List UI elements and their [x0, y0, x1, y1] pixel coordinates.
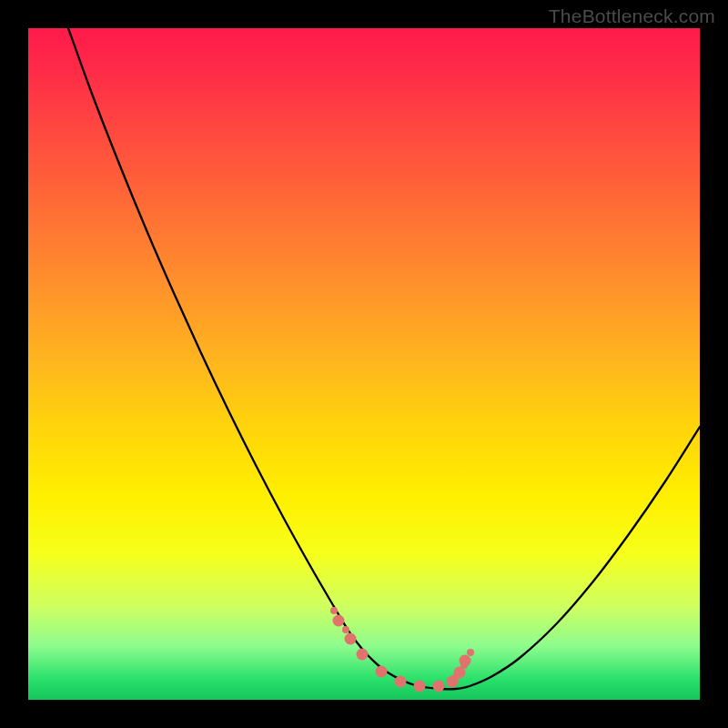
- marker-dot: [333, 615, 345, 627]
- marker-dot: [452, 673, 460, 681]
- marker-dot: [342, 626, 349, 633]
- marker-dot: [467, 649, 474, 656]
- curve-layer: [28, 28, 700, 700]
- marker-dot: [376, 666, 388, 678]
- outer-frame: TheBottleneck.com: [0, 0, 728, 728]
- marker-dot: [330, 607, 338, 614]
- marker-dot: [345, 633, 357, 645]
- marker-dot: [357, 649, 369, 661]
- bottleneck-curve-path: [68, 28, 700, 689]
- marker-dot: [414, 681, 426, 693]
- plot-area: [28, 28, 700, 700]
- watermark-text: TheBottleneck.com: [549, 5, 715, 27]
- marker-dot: [433, 681, 445, 693]
- marker-dot: [460, 662, 468, 669]
- marker-dot: [395, 676, 407, 688]
